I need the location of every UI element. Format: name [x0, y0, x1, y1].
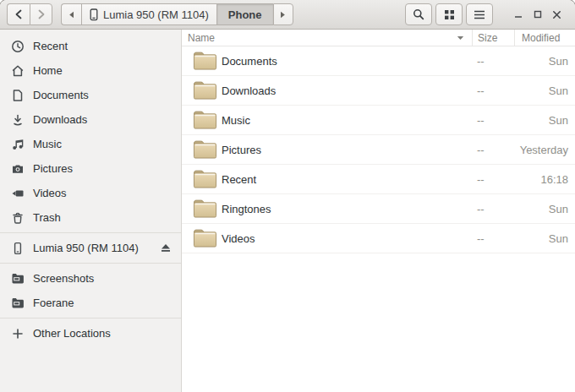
column-header-name[interactable]: Name	[182, 32, 472, 44]
file-name: Music	[222, 114, 250, 127]
back-button[interactable]	[7, 3, 30, 25]
sidebar-item-label: Documents	[33, 89, 89, 101]
sidebar-item-label: Other Locations	[33, 327, 111, 340]
file-size: --	[472, 144, 514, 156]
sidebar-item-trash[interactable]: Trash	[0, 205, 181, 230]
sidebar-bookmark-label: Screenshots	[33, 272, 94, 285]
close-icon	[552, 10, 561, 19]
eject-icon	[161, 243, 171, 253]
file-size: --	[472, 114, 514, 127]
sidebar-item-device-lumia[interactable]: Lumia 950 (RM 1104)	[0, 236, 181, 260]
sidebar-item-videos[interactable]: Videos	[0, 181, 181, 205]
file-name: Downloads	[222, 84, 276, 97]
folder-icon	[193, 80, 217, 101]
sidebar-item-recent[interactable]: Recent	[0, 34, 181, 58]
maximize-button[interactable]	[528, 4, 547, 24]
path-scroll-left-button[interactable]	[61, 3, 81, 25]
clock-icon	[11, 40, 25, 53]
file-size: --	[472, 203, 514, 215]
file-modified: Sun	[514, 203, 575, 215]
minimize-icon	[514, 10, 523, 19]
grid-view-icon	[444, 9, 455, 20]
file-modified: Sun	[514, 232, 575, 245]
column-header-modified[interactable]: Modified	[514, 30, 575, 46]
folder-icon	[193, 169, 217, 189]
sort-descending-icon	[457, 35, 464, 41]
table-row-documents[interactable]: Documents -- Sun	[182, 46, 575, 76]
minimize-button[interactable]	[508, 4, 528, 24]
path-segment-device[interactable]: Lumia 950 (RM 1104)	[81, 3, 216, 25]
search-button[interactable]	[405, 3, 432, 25]
table-row-downloads[interactable]: Downloads -- Sun	[182, 76, 575, 106]
file-name: Pictures	[222, 144, 261, 156]
menu-button[interactable]	[466, 3, 493, 25]
sidebar-separator	[0, 232, 181, 233]
forward-button[interactable]	[30, 3, 52, 25]
headerbar: Lumia 950 (RM 1104) Phone	[0, 0, 575, 30]
table-row-recent[interactable]: Recent -- 16:18	[182, 165, 575, 194]
sidebar-item-screenshots[interactable]: Screenshots	[0, 266, 181, 291]
path-device-label: Lumia 950 (RM 1104)	[103, 8, 209, 21]
table-row-videos[interactable]: Videos -- Sun	[182, 224, 575, 253]
sidebar-item-music[interactable]: Music	[0, 132, 181, 156]
eject-button[interactable]	[159, 242, 172, 254]
column-name-label: Name	[188, 32, 215, 44]
column-modified-label: Modified	[522, 32, 560, 44]
file-list-pane: Name Size Modified Documents -- Sun	[182, 30, 575, 392]
trash-icon	[11, 211, 25, 225]
sidebar-item-foerane[interactable]: Foerane	[0, 291, 181, 315]
file-modified: Sun	[514, 114, 575, 127]
search-icon	[413, 8, 424, 20]
file-size: --	[472, 84, 514, 97]
sidebar-item-label: Pictures	[33, 162, 73, 175]
sidebar-item-label: Downloads	[33, 113, 87, 126]
column-header-size[interactable]: Size	[472, 30, 514, 46]
sidebar-separator	[0, 263, 181, 264]
file-name: Recent	[222, 173, 256, 186]
table-row-pictures[interactable]: Pictures -- Yesterday	[182, 135, 575, 165]
close-button[interactable]	[547, 4, 567, 24]
table-row-ringtones[interactable]: Ringtones -- Sun	[182, 194, 575, 224]
sidebar-item-pictures[interactable]: Pictures	[0, 156, 181, 181]
file-size: --	[472, 173, 514, 186]
folder-icon	[193, 139, 217, 160]
path-current-label: Phone	[228, 8, 262, 21]
file-name: Ringtones	[222, 203, 271, 215]
path-segment-current[interactable]: Phone	[216, 3, 273, 25]
sidebar-bookmark-label: Foerane	[33, 297, 74, 309]
sidebar-separator	[0, 318, 181, 318]
sidebar-item-label: Trash	[33, 211, 61, 224]
sidebar-device-label: Lumia 950 (RM 1104)	[33, 242, 139, 254]
path-scroll-right-button[interactable]	[273, 3, 293, 25]
table-row-music[interactable]: Music -- Sun	[182, 106, 575, 135]
chevron-right-icon	[37, 9, 46, 19]
app-body: Recent Home Documents Downloads	[0, 30, 575, 392]
file-name: Documents	[222, 55, 277, 68]
grid-view-button[interactable]	[435, 3, 463, 25]
file-modified: Sun	[514, 55, 575, 68]
sidebar-item-downloads[interactable]: Downloads	[0, 107, 181, 132]
folder-icon	[193, 228, 217, 248]
maximize-icon	[534, 10, 542, 19]
file-name: Videos	[222, 232, 255, 245]
music-notes-icon	[11, 138, 25, 151]
sidebar-item-label: Music	[33, 138, 62, 150]
sidebar-item-label: Home	[33, 64, 63, 77]
sidebar-item-documents[interactable]: Documents	[0, 83, 181, 107]
column-size-label: Size	[478, 32, 497, 44]
remote-folder-icon	[11, 297, 25, 310]
remote-folder-icon	[11, 272, 25, 286]
history-nav-group	[7, 3, 52, 25]
camera-icon	[11, 162, 25, 176]
sidebar-item-home[interactable]: Home	[0, 58, 181, 83]
path-bar: Lumia 950 (RM 1104) Phone	[61, 3, 293, 25]
hamburger-menu-icon	[474, 10, 485, 19]
chevron-left-icon	[14, 9, 23, 19]
sidebar: Recent Home Documents Downloads	[0, 30, 182, 392]
sidebar-item-other-locations[interactable]: Other Locations	[0, 321, 181, 346]
file-modified: 16:18	[514, 173, 575, 186]
folder-icon	[193, 51, 217, 71]
list-column-headers: Name Size Modified	[182, 30, 575, 46]
file-rows: Documents -- Sun Downloads -- Sun Music …	[182, 46, 575, 392]
sidebar-item-label: Videos	[33, 187, 67, 199]
